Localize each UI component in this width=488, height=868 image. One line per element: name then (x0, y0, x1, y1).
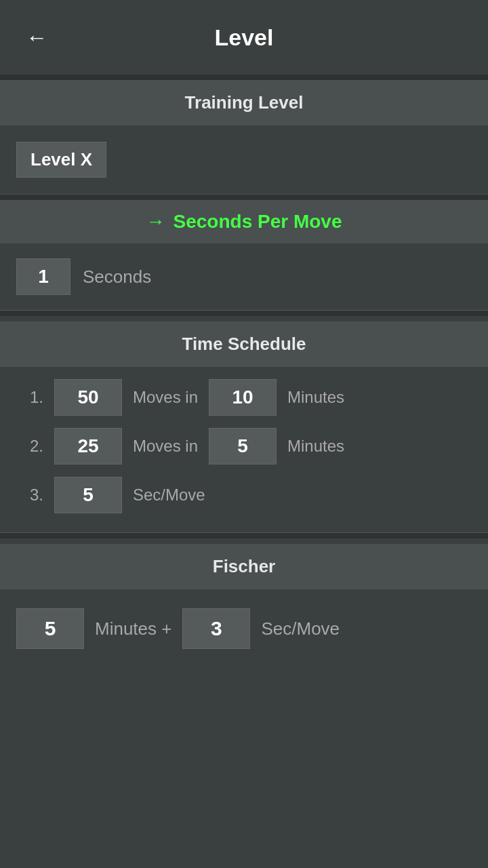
seconds-value-row: 1 Seconds (0, 243, 488, 311)
fischer-section: Fischer 5 Minutes + 3 Sec/Move (0, 544, 488, 668)
back-button[interactable]: ← (20, 20, 53, 56)
divider-2 (0, 311, 488, 316)
time-schedule-section: Time Schedule 1. 50 Moves in 10 Minutes … (0, 321, 488, 533)
fischer-minutes-label: Minutes + (95, 618, 171, 639)
row-2-moves-label: Moves in (133, 437, 198, 456)
row-3-number: 3. (16, 486, 43, 505)
arrow-icon: → (146, 211, 165, 233)
seconds-per-move-header[interactable]: → Seconds Per Move (0, 200, 488, 243)
seconds-unit-label: Seconds (83, 267, 151, 288)
schedule-row-2: 2. 25 Moves in 5 Minutes (16, 428, 472, 465)
divider-3 (0, 533, 488, 538)
time-schedule-label: Time Schedule (182, 334, 306, 354)
row-3-moves-label: Sec/Move (133, 486, 205, 505)
time-schedule-header: Time Schedule (0, 321, 488, 367)
fischer-sec-value[interactable]: 3 (182, 608, 250, 649)
row-2-time-value[interactable]: 5 (209, 428, 277, 465)
schedule-rows-container: 1. 50 Moves in 10 Minutes 2. 25 Moves in… (0, 367, 488, 533)
schedule-row-1: 1. 50 Moves in 10 Minutes (16, 379, 472, 416)
row-1-number: 1. (16, 388, 43, 407)
training-level-row[interactable]: Level X (0, 125, 488, 195)
level-badge[interactable]: Level X (16, 142, 106, 178)
row-1-moves-value[interactable]: 50 (54, 379, 122, 416)
divider-1 (0, 195, 488, 200)
seconds-per-move-label: Seconds Per Move (174, 211, 342, 233)
row-1-time-value[interactable]: 10 (209, 379, 277, 416)
row-3-moves-value[interactable]: 5 (54, 477, 122, 513)
row-1-moves-label: Moves in (133, 388, 198, 407)
row-2-time-label: Minutes (287, 437, 344, 456)
training-level-header: Training Level (0, 80, 488, 125)
row-2-moves-value[interactable]: 25 (54, 428, 122, 465)
schedule-row-3: 3. 5 Sec/Move (16, 477, 472, 513)
header: ← Level (0, 0, 488, 75)
seconds-value-box[interactable]: 1 (16, 258, 70, 295)
training-level-label: Training Level (185, 92, 304, 113)
fischer-sec-label: Sec/Move (261, 618, 340, 639)
fischer-header: Fischer (0, 544, 488, 589)
row-1-time-label: Minutes (287, 388, 344, 407)
header-divider (0, 75, 488, 80)
row-2-number: 2. (16, 437, 43, 456)
fischer-label: Fischer (213, 556, 276, 576)
fischer-row: 5 Minutes + 3 Sec/Move (0, 589, 488, 668)
page-title: Level (215, 24, 274, 51)
fischer-minutes-value[interactable]: 5 (16, 608, 84, 649)
